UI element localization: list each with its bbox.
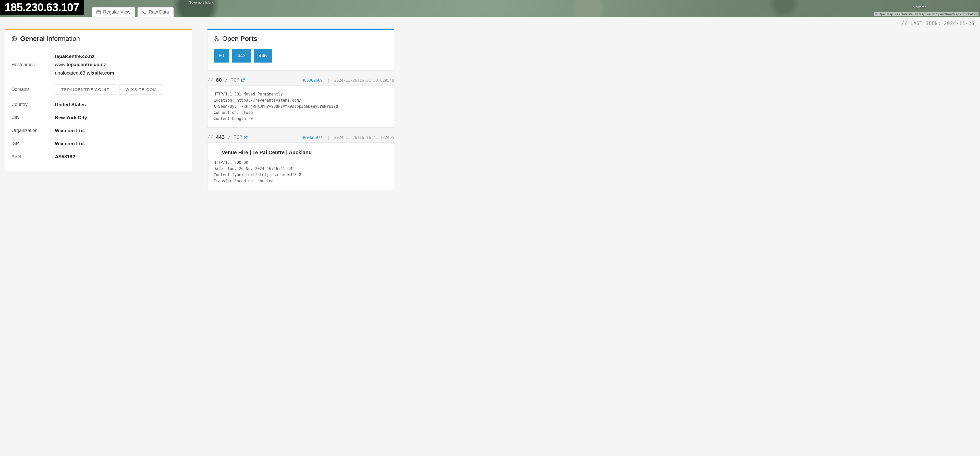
city-value: New York City bbox=[55, 115, 186, 121]
isp-value: Wix.com Ltd. bbox=[55, 141, 186, 147]
general-info-title: General Information bbox=[11, 35, 186, 43]
service-meta: 400436974 | 2024-11-26T16:16:41.732465 bbox=[302, 136, 394, 140]
map-label-governors: Governors Island bbox=[189, 0, 214, 4]
domains-value: TEPAICENTRE.CO.NZ WIXSITE.COM bbox=[55, 85, 186, 94]
service-header-443: // 443 / TCP400436974 | 2024-11-26T16:16… bbox=[207, 134, 394, 140]
service-banner-80: HTTP/1.1 301 Moved Permanently Location:… bbox=[207, 85, 394, 128]
service-timestamp: 2024-11-26T16:16:41.732465 bbox=[334, 136, 394, 140]
port-chip-445[interactable]: 445 bbox=[254, 49, 272, 62]
globe-icon bbox=[11, 36, 17, 41]
service-hash[interactable]: 486362669 bbox=[302, 78, 323, 83]
hostnames-label: Hostnames bbox=[11, 62, 55, 67]
svg-line-13 bbox=[245, 136, 247, 138]
general-info-card: General Information Hostnames tepaicentr… bbox=[5, 29, 192, 171]
svg-rect-5 bbox=[216, 36, 217, 38]
terminal-icon bbox=[142, 11, 147, 14]
row-domains: Domains TEPAICENTRE.CO.NZ WIXSITE.COM bbox=[11, 81, 186, 98]
row-isp: ISP Wix.com Ltd. bbox=[11, 137, 186, 150]
tab-label: Raw Data bbox=[149, 10, 169, 15]
view-tabs: Regular View Raw Data bbox=[92, 7, 173, 17]
row-country: Country United States bbox=[11, 98, 186, 111]
external-link-icon[interactable] bbox=[241, 78, 245, 82]
banner-raw: HTTP/1.1 200 OK Date: Tue, 26 Nov 2024 1… bbox=[213, 159, 388, 184]
country-value: United States bbox=[55, 102, 186, 107]
domains-label: Domains bbox=[11, 87, 55, 92]
service-banner-443: Venue Hire | Te Pai Centre | AucklandHTT… bbox=[207, 142, 394, 190]
tab-label: Regular View bbox=[103, 10, 130, 15]
domain-chip[interactable]: TEPAICENTRE.CO.NZ bbox=[55, 85, 116, 94]
isp-label: ISP bbox=[11, 141, 55, 146]
svg-rect-0 bbox=[97, 11, 100, 14]
service-hash[interactable]: 400436974 bbox=[302, 136, 323, 140]
external-link-icon[interactable] bbox=[244, 136, 248, 139]
row-organization: Organization Wix.com Ltd. bbox=[11, 124, 186, 137]
map-label-malverne: Malverne bbox=[913, 5, 926, 9]
service-header-80: // 80 / TCP486362669 | 2024-11-26T16:01:… bbox=[207, 77, 394, 83]
window-icon bbox=[97, 11, 101, 14]
country-label: Country bbox=[11, 102, 55, 107]
tab-regular-view[interactable]: Regular View bbox=[92, 7, 135, 17]
service-port-label: // 443 / TCP bbox=[207, 134, 248, 140]
map-header: Governors Island Malverne 185.230.63.107… bbox=[0, 0, 980, 17]
hierarchy-icon bbox=[213, 36, 219, 41]
svg-rect-7 bbox=[218, 40, 219, 41]
asn-value: AS58182 bbox=[55, 154, 186, 159]
ip-address-badge: 185.230.63.107 bbox=[0, 0, 84, 15]
svg-rect-6 bbox=[214, 40, 216, 41]
banner-title: Venue Hire | Te Pai Centre | Auckland bbox=[213, 148, 388, 159]
svg-line-12 bbox=[243, 79, 245, 80]
open-ports-card: Open Ports 80 443 445 bbox=[207, 29, 394, 70]
row-asn: ASN AS58182 bbox=[11, 150, 186, 163]
hostnames-value: tepaicentre.co.nz www.tepaicentre.co.nz … bbox=[55, 53, 186, 77]
city-label: City bbox=[11, 115, 55, 120]
port-chip-80[interactable]: 80 bbox=[213, 49, 229, 62]
domain-chip[interactable]: WIXSITE.COM bbox=[119, 85, 163, 94]
row-hostnames: Hostnames tepaicentre.co.nz www.tepaicen… bbox=[11, 49, 186, 81]
service-port-label: // 80 / TCP bbox=[207, 77, 245, 83]
port-chip-443[interactable]: 443 bbox=[232, 49, 251, 62]
main-content: General Information Hostnames tepaicentr… bbox=[0, 29, 980, 195]
service-timestamp: 2024-11-26T16:01:58.829548 bbox=[334, 78, 394, 83]
organization-label: Organization bbox=[11, 128, 55, 133]
banner-raw: HTTP/1.1 301 Moved Permanently Location:… bbox=[213, 91, 388, 122]
last-seen-label: // LAST SEEN: 2024-11-26 bbox=[0, 17, 980, 29]
row-city: City New York City bbox=[11, 111, 186, 124]
map-attribution: © OpenMapTiles Satellite | © MapTiler © … bbox=[874, 12, 978, 16]
tab-raw-data[interactable]: Raw Data bbox=[138, 7, 173, 17]
service-meta: 486362669 | 2024-11-26T16:01:58.829548 bbox=[302, 78, 394, 83]
port-chips: 80 443 445 bbox=[213, 49, 388, 62]
open-ports-title: Open Ports bbox=[213, 35, 388, 43]
asn-label: ASN bbox=[11, 154, 55, 159]
organization-value: Wix.com Ltd. bbox=[55, 128, 186, 134]
